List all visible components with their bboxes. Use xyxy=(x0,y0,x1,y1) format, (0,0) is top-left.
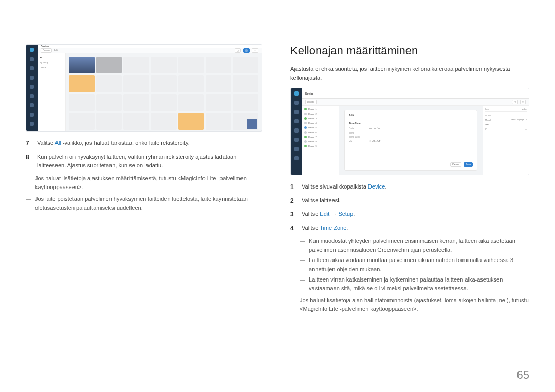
ss-tile xyxy=(151,113,176,129)
ss-header: Device xyxy=(38,45,262,48)
ss-nav-icon xyxy=(294,156,299,160)
page-number: 65 xyxy=(517,368,529,382)
ss-nav-icon xyxy=(30,122,34,126)
step-text: Valitse Time Zone. xyxy=(302,223,529,233)
ss-modal-title: Edit xyxy=(349,114,473,117)
ss-lp-item: All xyxy=(40,55,63,59)
ss-edit-modal: Edit Time Zone Date— / — / — Time— : — T… xyxy=(344,110,477,171)
ss-tile xyxy=(206,75,231,92)
ss-tile xyxy=(178,57,204,73)
ss-device-list: Device 1 Device 2 Device 3 Device 4 Devi… xyxy=(302,106,339,175)
ss-nav-icon xyxy=(294,147,299,151)
ss-nav-icon xyxy=(30,76,34,80)
step-number: 1 xyxy=(290,182,295,192)
ss-body: Device Device Edit ◻ ◫ ⋯ All By Group D xyxy=(38,45,262,131)
ss-nav-icon xyxy=(30,94,34,98)
ss-logo-icon xyxy=(294,91,299,96)
step-number: 3 xyxy=(290,210,295,219)
step-number: 4 xyxy=(290,223,295,233)
note: ― Jos haluat lisätietoja ajastuksen määr… xyxy=(26,174,262,192)
ss-nav-icon xyxy=(294,110,299,114)
ss-nav-icon xyxy=(294,138,299,142)
left-steps: 7 Valitse All -valikko, jos haluat tarki… xyxy=(26,139,262,170)
note-dash-icon: ― xyxy=(300,237,305,254)
step-text: Kun palvelin on hyväksynyt laitteen, val… xyxy=(37,153,262,170)
ss-tile xyxy=(96,75,122,92)
ss-tile xyxy=(69,75,95,92)
ss-right-panel: Item Value N. Info— ModelSMART Signage T… xyxy=(483,106,529,175)
ss-header: Device xyxy=(302,88,529,99)
ss-tile xyxy=(233,113,258,129)
ss-toolbar: Device Edit ◻ ◫ ⋯ xyxy=(38,48,262,53)
ss-nav-icon xyxy=(294,119,299,123)
ss-content: All By Group Default xyxy=(38,53,262,132)
note-text: Jos laite poistetaan palvelimen hyväksym… xyxy=(35,195,262,212)
step-text: Valitse Edit → Setup. xyxy=(302,210,529,219)
ss-tile xyxy=(233,75,258,92)
ss-nav-icon xyxy=(30,85,34,89)
edit-link: Edit xyxy=(320,211,329,217)
section-heading: Kellonajan määrittäminen xyxy=(290,44,529,58)
ss-left-panel: All By Group Default xyxy=(38,53,66,132)
ss-tile xyxy=(69,94,95,111)
ss-tool-btn: Device xyxy=(305,100,317,104)
ss-tile xyxy=(123,94,149,111)
screenshot-timezone-edit: Device Device ◻ ≡ Device 1 Device 2 Devi… xyxy=(290,88,529,175)
ss-tile xyxy=(178,94,204,111)
ss-tile xyxy=(206,94,231,111)
ss-tile xyxy=(123,57,149,73)
ss-tile xyxy=(178,75,204,92)
note-dash-icon: ― xyxy=(300,256,305,273)
step-number: 2 xyxy=(290,196,295,206)
ss-tile xyxy=(206,113,231,129)
ss-lp-item: Default xyxy=(40,66,63,69)
step-text: Valitse All -valikko, jos haluat tarkist… xyxy=(37,139,262,148)
two-column-layout: Device Device Edit ◻ ◫ ⋯ All By Group D xyxy=(26,44,529,315)
ss-grid xyxy=(66,53,262,132)
ss-tile xyxy=(151,57,176,73)
ss-tile xyxy=(206,57,231,73)
ss-main: Edit Time Zone Date— / — / — Time— : — T… xyxy=(339,106,483,175)
subnote: ― Kun muodostat yhteyden palvelimeen ens… xyxy=(300,237,529,254)
ss-tile xyxy=(123,113,149,129)
ss-sidebar xyxy=(291,88,302,175)
step-text: Valitse laitteesi. xyxy=(302,196,529,206)
ss-sidebar xyxy=(26,45,38,131)
ss-logo-icon xyxy=(30,48,34,52)
ss-tool-label: Edit xyxy=(54,49,58,52)
all-link: All xyxy=(55,140,61,146)
note: ― Jos haluat lisätietoja ajan hallintato… xyxy=(290,296,529,313)
step-text: Valitse sivuvalikkopalkista Device. xyxy=(302,182,529,192)
subnote-text: Laitteen aikaa voidaan muuttaa palvelime… xyxy=(309,256,529,273)
ss-title: Device xyxy=(41,45,49,48)
ss-tile xyxy=(96,113,122,129)
ss-nav-icon xyxy=(30,113,34,117)
ss-tool-btn: ◻ xyxy=(512,100,518,104)
ss-tool-btn-view: ◫ xyxy=(243,48,250,53)
ss-body: Device Device ◻ ≡ Device 1 Device 2 Devi… xyxy=(302,88,529,175)
ss-tile xyxy=(123,75,149,92)
ss-tile xyxy=(233,94,258,111)
subnote: ― Laitteen virran katkaiseminen ja kytke… xyxy=(300,275,529,293)
ss-title: Device xyxy=(305,92,313,95)
top-divider xyxy=(26,31,529,31)
subnote-text: Laitteen virran katkaiseminen ja kytkemi… xyxy=(309,275,529,293)
subnotes: ― Kun muodostat yhteyden palvelimeen ens… xyxy=(300,237,529,292)
ss-lp-item: By Group xyxy=(40,61,63,64)
ss-tile xyxy=(178,113,204,129)
ss-tile xyxy=(69,57,95,73)
note: ― Jos laite poistetaan palvelimen hyväks… xyxy=(26,195,262,212)
ss-tile xyxy=(96,57,122,73)
note-dash-icon: ― xyxy=(300,275,305,293)
left-column: Device Device Edit ◻ ◫ ⋯ All By Group D xyxy=(26,44,262,315)
ss-nav-icon xyxy=(30,66,34,70)
ss-tool-btn: ◻ xyxy=(235,48,241,53)
device-link: Device xyxy=(368,183,385,190)
subnote-text: Kun muodostat yhteyden palvelimeen ensim… xyxy=(309,237,529,254)
setup-link: Setup xyxy=(338,211,353,217)
ss-tile xyxy=(69,113,95,129)
right-column: Kellonajan määrittäminen Ajastusta ei eh… xyxy=(290,44,529,315)
ss-tile xyxy=(96,94,122,111)
ss-toolbar: Device ◻ ≡ xyxy=(302,99,529,106)
intro-text: Ajastusta ei ehkä suoriteta, jos laittee… xyxy=(290,65,529,82)
